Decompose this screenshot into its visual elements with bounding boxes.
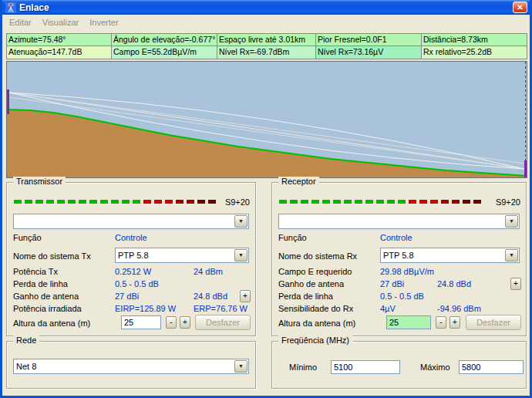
info-elevation-angle: Ângulo de elevação=-0.677° <box>112 34 217 46</box>
tx-power-row: Potência Tx 0.2512 W 24 dBm <box>13 266 249 278</box>
rx-role-value: Controle <box>380 232 412 244</box>
rx-required-field-label: Campo E requerido <box>278 266 352 278</box>
tx-line-loss-row: Perda de linha 0.5 - 0.5 dB <box>13 278 249 291</box>
network-combobox-value: Net 8 <box>14 362 234 371</box>
tx-antenna-gain-dbd: 24.8 dBd <box>194 291 227 302</box>
rx-signal-strength-bar: S9+20 <box>279 198 520 205</box>
chevron-down-icon[interactable]: ▼ <box>505 249 518 261</box>
tx-height-increment-button[interactable]: + <box>180 316 190 329</box>
rx-antenna-gain-label: Ganho de antena <box>278 278 344 290</box>
rx-role-row: Função Controle <box>278 232 520 245</box>
chevron-down-icon[interactable]: ▼ <box>234 360 247 373</box>
close-icon[interactable]: ✕ <box>513 2 527 13</box>
rx-antenna-gain-plus-button[interactable]: + <box>510 278 521 290</box>
rx-system-combobox[interactable]: PTP 5.8 ▼ <box>380 248 520 263</box>
rx-sensitivity-dbm: -94.96 dBm <box>437 303 481 315</box>
tx-height-decrement-button[interactable]: - <box>166 316 177 329</box>
frequency-max-label: Máximo <box>420 360 450 374</box>
tx-antenna-gain-row: Ganho de antena 27 dBi 24.8 dBd + <box>13 291 249 303</box>
rx-line-loss-label: Perda de linha <box>278 291 333 302</box>
tx-power-watts: 0.2512 W <box>115 266 151 278</box>
rx-system-combobox-value: PTP 5.8 <box>381 251 504 260</box>
receiver-group-title: Receptor <box>278 177 319 186</box>
tx-antenna-height-label: Altura da antena (m) <box>13 318 90 329</box>
tx-line-loss-label: Perda de linha <box>13 278 68 290</box>
rx-unit-combobox[interactable]: ▼ <box>278 214 520 229</box>
rx-sensitivity-row: Sensibilidade do Rx 4µV -94.96 dBm <box>278 303 520 315</box>
frequency-max-input[interactable] <box>459 360 524 374</box>
info-worst-fresnel: Pior Fresnel=0.0F1 <box>316 34 422 46</box>
chevron-down-icon[interactable]: ▼ <box>505 215 518 228</box>
tx-undo-button[interactable]: Desfazer <box>195 315 251 330</box>
rx-sensitivity-uv: 4µV <box>380 303 396 315</box>
rx-signal-level-label: S9+20 <box>496 197 520 207</box>
app-icon <box>5 2 16 13</box>
network-group-title: Rede <box>13 336 39 345</box>
menu-item-editar[interactable]: Editar <box>4 16 37 29</box>
tx-role-label: Função <box>13 232 42 244</box>
frequency-min-label: Mínimo <box>289 360 317 374</box>
receiver-group: Receptor S9+20 ▼ Função Controle Nome do… <box>271 182 527 336</box>
tx-system-combobox-value: PTP 5.8 <box>116 251 234 260</box>
rx-undo-button[interactable]: Desfazer <box>466 315 521 330</box>
info-attenuation: Atenuação=147.7dB <box>7 46 112 59</box>
tx-antenna-mark <box>7 89 9 114</box>
terrain-profile-chart <box>6 61 527 178</box>
rx-antenna-gain-dbd: 24.8 dBd <box>437 278 471 290</box>
window-title: Enlace <box>19 2 510 13</box>
rx-role-label: Função <box>278 232 307 244</box>
transmitter-group-title: Transmissor <box>13 177 66 186</box>
tx-role-value: Controle <box>115 232 147 244</box>
enlace-window: Enlace ✕ Editar Visualizar Inverter Azim… <box>0 0 532 398</box>
rx-line-loss-row: Perda de linha 0.5 - 0.5 dB <box>278 291 520 303</box>
tx-role-row: Função Controle <box>13 232 249 245</box>
info-field-strength: Campo E=55.2dBµV/m <box>112 46 217 59</box>
info-distance: Distância=8.73km <box>422 34 527 46</box>
tx-erp-value: ERP=76.76 W <box>194 303 247 315</box>
tx-antenna-gain-dbi: 27 dBi <box>115 291 139 302</box>
rx-required-field-row: Campo E requerido 29.98 dBµV/m <box>278 266 520 278</box>
info-free-space: Espaço livre até 3.01km <box>217 34 316 46</box>
tx-radiated-power-label: Potência irradiada <box>13 303 82 315</box>
tx-antenna-height-input[interactable] <box>121 315 161 329</box>
chevron-down-icon[interactable]: ▼ <box>234 215 247 228</box>
chevron-down-icon[interactable]: ▼ <box>234 249 247 261</box>
info-rx-level-dbm: Nível Rx=-69.7dBm <box>217 46 316 59</box>
tx-power-dbm: 24 dBm <box>194 266 223 278</box>
tx-line-loss-value: 0.5 - 0.5 dB <box>115 278 159 290</box>
tx-system-combobox[interactable]: PTP 5.8 ▼ <box>115 248 249 263</box>
network-group: Rede Net 8 ▼ <box>6 341 256 389</box>
rx-line-loss-value: 0.5 - 0.5 dB <box>380 291 424 302</box>
tx-unit-combobox[interactable]: ▼ <box>13 214 249 229</box>
tx-antenna-gain-label: Ganho de antena <box>13 291 79 302</box>
tx-signal-level-label: S9+20 <box>225 197 250 207</box>
network-combobox[interactable]: Net 8 ▼ <box>13 359 249 374</box>
menubar: Editar Visualizar Inverter <box>2 15 530 30</box>
info-rx-level-uv: Nível Rx=73.16µV <box>316 46 422 59</box>
rx-sensitivity-label: Sensibilidade do Rx <box>278 303 353 315</box>
frequency-group: Freqüência (MHz) Mínimo Máximo <box>271 341 527 389</box>
rx-system-label: Nome do sistema Rx <box>278 251 357 262</box>
menu-item-inverter[interactable]: Inverter <box>84 16 123 29</box>
titlebar: Enlace ✕ <box>2 0 530 15</box>
rx-antenna-height-label: Altura da antena (m) <box>278 318 355 329</box>
tx-radiated-power-row: Potência irradiada EIRP=125.89 W ERP=76.… <box>13 303 249 315</box>
tx-eirp-value: EIRP=125.89 W <box>115 303 176 315</box>
tx-antenna-gain-plus-button[interactable]: + <box>240 290 251 302</box>
tx-signal-strength-bar: S9+20 <box>14 198 250 205</box>
rx-required-field-value: 29.98 dBµV/m <box>380 266 434 278</box>
transmitter-group: Transmissor S9+20 ▼ Função Controle Nome… <box>6 182 256 336</box>
rx-height-decrement-button[interactable]: - <box>436 316 446 329</box>
tx-system-label: Nome do sistema Tx <box>13 251 91 262</box>
menu-item-visualizar[interactable]: Visualizar <box>37 16 85 29</box>
info-azimuth: Azimute=75.48° <box>7 34 112 46</box>
rx-antenna-gain-row: Ganho de antena 27 dBi 24.8 dBd + <box>278 278 520 291</box>
frequency-min-input[interactable] <box>331 360 400 374</box>
link-info-panel: Azimute=75.48° Ângulo de elevação=-0.677… <box>6 33 527 59</box>
rx-antenna-gain-dbi: 27 dBi <box>380 278 404 290</box>
rx-height-increment-button[interactable]: + <box>450 316 460 329</box>
info-rx-relative: Rx relativo=25.2dB <box>422 46 527 59</box>
frequency-group-title: Freqüência (MHz) <box>278 336 352 345</box>
tx-power-label: Potência Tx <box>13 266 58 278</box>
rx-antenna-height-input[interactable] <box>386 315 431 329</box>
